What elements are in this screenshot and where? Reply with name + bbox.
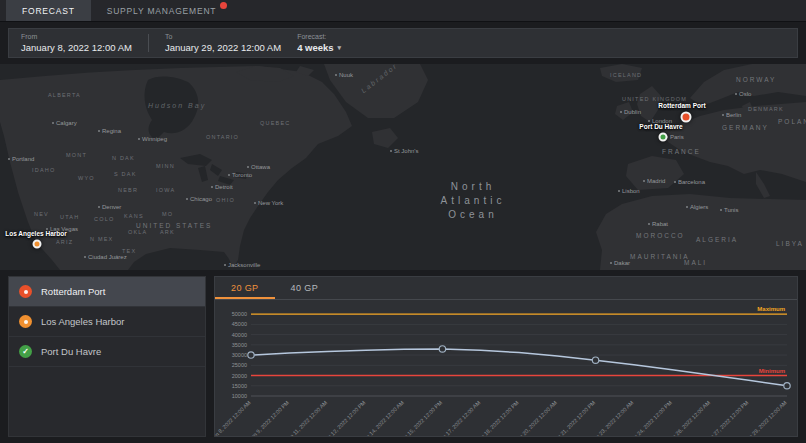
forecast-line-chart: 1000015000200002500030000350004000045000… [215, 300, 797, 436]
svg-text:50000: 50000 [232, 311, 247, 317]
port-list-item-rotterdam-port[interactable]: Rotterdam Port [9, 277, 205, 307]
chevron-down-icon: ▾ [338, 42, 342, 54]
map-marker-port-du-havre[interactable] [659, 133, 668, 142]
port-name: Port Du Havre [41, 346, 101, 357]
svg-text:45000: 45000 [232, 321, 247, 327]
svg-text:35000: 35000 [232, 342, 247, 348]
tab-forecast-label: FORECAST [22, 6, 75, 16]
x-axis-labels: Jan 8, 2022 12:00 AMJan 9, 2022 12:00 PM… [215, 399, 788, 436]
forecast-range-group: Forecast: 4 weeks ▾ [297, 32, 341, 54]
svg-text:10000: 10000 [232, 393, 247, 399]
data-point [439, 346, 445, 352]
bottom-section: Rotterdam Port Los Angeles Harbor ✓ Port… [0, 270, 806, 443]
chart-area: 1000015000200002500030000350004000045000… [215, 300, 797, 436]
forecast-range-dropdown[interactable]: 4 weeks ▾ [297, 42, 341, 54]
forecast-label: Forecast: [297, 32, 341, 42]
tab-supply-management[interactable]: SUPPLY MANAGEMENT [91, 0, 233, 21]
tab-20gp[interactable]: 20 GP [215, 277, 275, 299]
svg-text:Jan 17, 2022 12:00 AM: Jan 17, 2022 12:00 AM [437, 399, 482, 436]
port-list-panel: Rotterdam Port Los Angeles Harbor ✓ Port… [8, 276, 206, 437]
svg-text:Jan 21, 2022 12:00 PM: Jan 21, 2022 12:00 PM [552, 399, 597, 436]
tab-40gp[interactable]: 40 GP [275, 277, 335, 299]
map-marker-los-angeles-harbor[interactable] [33, 240, 42, 249]
filter-divider [148, 34, 149, 52]
map[interactable]: North Atlantic Ocean NuukCalgaryReginaWi… [0, 64, 806, 270]
to-date-group: To January 29, 2022 12:00 AM [165, 32, 281, 54]
svg-text:Jan 15, 2022 12:00 PM: Jan 15, 2022 12:00 PM [399, 399, 444, 436]
port-name: Los Angeles Harbor [41, 316, 124, 327]
port-status-icon: ✓ [19, 345, 32, 358]
tab-forecast[interactable]: FORECAST [6, 0, 91, 21]
app: FORECAST SUPPLY MANAGEMENT From January … [0, 0, 806, 443]
series-20-gp [251, 349, 787, 386]
svg-text:Jan 23, 2022 12:00 AM: Jan 23, 2022 12:00 AM [590, 399, 635, 436]
svg-text:Jan 18, 2022 12:00 PM: Jan 18, 2022 12:00 PM [475, 399, 520, 436]
svg-text:20000: 20000 [232, 373, 247, 379]
data-point [784, 383, 790, 389]
forecast-range-value: 4 weeks [297, 42, 333, 54]
map-marker-rotterdam-port[interactable] [681, 112, 692, 123]
svg-text:Jan 9, 2022 12:00 PM: Jan 9, 2022 12:00 PM [248, 399, 291, 436]
from-date-value[interactable]: January 8, 2022 12:00 AM [21, 42, 132, 54]
svg-text:Jan 14, 2022 12:00 AM: Jan 14, 2022 12:00 AM [361, 399, 406, 436]
port-name: Rotterdam Port [41, 286, 105, 297]
notification-badge-icon [220, 2, 227, 9]
svg-text:40000: 40000 [232, 332, 247, 338]
data-point [248, 352, 254, 358]
ref-line-label: Minimum [759, 368, 785, 374]
from-label: From [21, 32, 132, 42]
port-list-item-port-du-havre[interactable]: ✓ Port Du Havre [9, 337, 205, 367]
container-type-tabs: 20 GP 40 GP [215, 277, 797, 300]
svg-text:Jan 8, 2022 12:00 AM: Jan 8, 2022 12:00 AM [215, 399, 252, 436]
top-tab-bar: FORECAST SUPPLY MANAGEMENT [0, 0, 806, 22]
y-grid: 1000015000200002500030000350004000045000… [232, 311, 787, 399]
svg-text:Jan 11, 2022 12:00 AM: Jan 11, 2022 12:00 AM [284, 399, 328, 436]
port-status-icon [19, 315, 32, 328]
data-point [592, 357, 598, 363]
svg-text:Jan 12, 2022 12:00 PM: Jan 12, 2022 12:00 PM [322, 399, 367, 436]
svg-text:30000: 30000 [232, 352, 247, 358]
forecast-chart-panel: 20 GP 40 GP 1000015000200002500030000350… [214, 276, 798, 437]
svg-text:Jan 24, 2022 12:00 PM: Jan 24, 2022 12:00 PM [628, 399, 673, 436]
tab-supply-management-label: SUPPLY MANAGEMENT [107, 6, 217, 16]
filter-bar: From January 8, 2022 12:00 AM To January… [8, 28, 798, 58]
svg-text:25000: 25000 [232, 362, 247, 368]
to-label: To [165, 32, 281, 42]
map-landmass [0, 64, 806, 270]
svg-text:15000: 15000 [232, 383, 247, 389]
svg-text:Jan 20, 2022 12:00 AM: Jan 20, 2022 12:00 AM [514, 399, 559, 436]
from-date-group: From January 8, 2022 12:00 AM [21, 32, 132, 54]
svg-text:Jan 27, 2022 12:00 PM: Jan 27, 2022 12:00 PM [705, 399, 750, 436]
svg-text:Jan 26, 2022 12:00 AM: Jan 26, 2022 12:00 AM [667, 399, 712, 436]
svg-text:Jan 29, 2022 12:00 AM: Jan 29, 2022 12:00 AM [743, 399, 788, 436]
port-list-item-los-angeles-harbor[interactable]: Los Angeles Harbor [9, 307, 205, 337]
filter-section: From January 8, 2022 12:00 AM To January… [0, 22, 806, 64]
to-date-value[interactable]: January 29, 2022 12:00 AM [165, 42, 281, 54]
port-status-icon [19, 285, 32, 298]
ref-line-label: Maximum [757, 306, 785, 312]
